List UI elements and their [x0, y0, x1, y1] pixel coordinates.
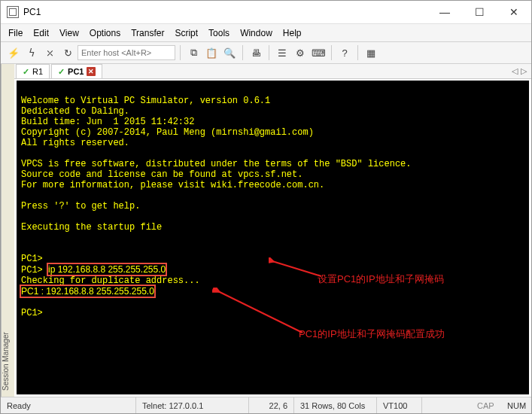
menu-window[interactable]: Window: [240, 28, 272, 38]
menu-help[interactable]: Help: [283, 28, 302, 38]
tab-pc1[interactable]: ✓ PC1 ✕: [51, 64, 102, 78]
status-cursor-pos: 22, 6: [249, 397, 294, 413]
arrow-annotation-2: [212, 288, 310, 340]
menu-bar: File Edit View Options Transfer Script T…: [1, 23, 531, 41]
status-term-size: 31 Rows, 80 Cols: [294, 397, 377, 413]
status-telnet: Telnet: 127.0.0.1: [136, 397, 249, 413]
menu-tools[interactable]: Tools: [208, 28, 230, 38]
minimize-button[interactable]: —: [427, 1, 462, 23]
svg-line-1: [218, 291, 302, 333]
host-input[interactable]: [78, 45, 175, 60]
keymap-icon[interactable]: ⌨: [310, 44, 327, 61]
tab-label: R1: [32, 67, 43, 76]
check-icon: ✓: [58, 67, 65, 77]
maximize-button[interactable]: ☐: [462, 1, 497, 23]
check-icon: ✓: [23, 67, 29, 77]
tab-scroll-left[interactable]: ◁: [512, 66, 518, 76]
menu-script[interactable]: Script: [175, 28, 198, 38]
quick-connect-icon[interactable]: ⚡: [5, 44, 22, 61]
annotation-2: PC1的IP地址和子网掩码配置成功: [299, 327, 445, 341]
tile-icon[interactable]: ▦: [363, 44, 379, 61]
window-title: PC1: [23, 7, 427, 17]
annotation-1: 设置PC1的IP地址和子网掩码: [318, 272, 444, 286]
print-icon[interactable]: 🖶: [248, 44, 264, 61]
close-tab-icon[interactable]: ✕: [87, 67, 96, 76]
paste-icon[interactable]: 📋: [203, 44, 220, 61]
menu-options[interactable]: Options: [90, 28, 120, 38]
status-num: NUM: [501, 397, 531, 413]
properties-icon[interactable]: ☰: [274, 44, 290, 61]
status-bar: Ready Telnet: 127.0.0.1 22, 6 31 Rows, 8…: [1, 397, 531, 413]
status-ready: Ready: [1, 397, 136, 413]
tab-scroll-right[interactable]: ▷: [521, 66, 527, 76]
reconnect-icon[interactable]: ↻: [59, 44, 76, 61]
help-icon[interactable]: ?: [336, 44, 353, 61]
menu-transfer[interactable]: Transfer: [131, 28, 164, 38]
menu-edit[interactable]: Edit: [33, 28, 49, 38]
status-term-type: VT100: [377, 397, 422, 413]
close-button[interactable]: ✕: [497, 1, 531, 23]
menu-file[interactable]: File: [8, 28, 23, 38]
tab-r1[interactable]: ✓ R1: [16, 64, 50, 78]
menu-view[interactable]: View: [59, 28, 79, 38]
tab-label: PC1: [68, 67, 84, 76]
tab-bar: ✓ R1 ✓ PC1 ✕ ◁ ▷: [14, 64, 531, 79]
connect-bolt-icon[interactable]: ϟ: [23, 44, 40, 61]
find-icon[interactable]: 🔍: [221, 44, 238, 61]
svg-line-0: [272, 261, 321, 276]
terminal[interactable]: Welcome to Virtual PC Simulator, version…: [14, 79, 531, 397]
settings-icon[interactable]: ⚙: [292, 44, 309, 61]
disconnect-icon[interactable]: ⤫: [41, 44, 58, 61]
toolbar: ⚡ ϟ ⤫ ↻ ⧉ 📋 🔍 🖶 ☰ ⚙ ⌨ ? ▦: [1, 41, 531, 64]
session-manager-tab[interactable]: Session Manager: [1, 64, 14, 397]
status-caps: CAP: [471, 397, 501, 413]
app-icon: [7, 6, 19, 18]
copy-icon[interactable]: ⧉: [185, 44, 202, 61]
